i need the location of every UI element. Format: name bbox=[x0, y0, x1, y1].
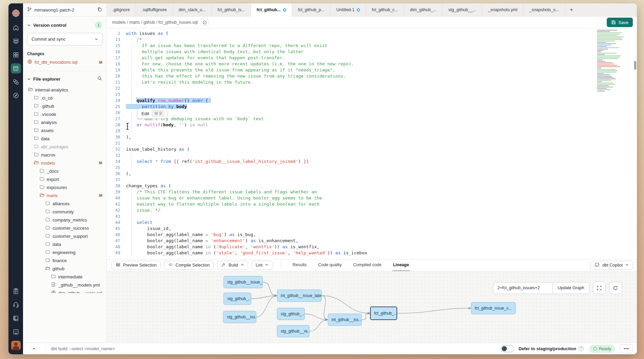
lineage-node-stg_github_[interactable]: stg_github_... bbox=[277, 308, 305, 320]
tree-item-alliances[interactable]: alliances bbox=[23, 199, 106, 208]
code-line[interactable]: 18 For now, choose the one with more rec… bbox=[107, 61, 596, 67]
tab-stg_github__...[interactable]: stg_github__... bbox=[443, 3, 482, 16]
code-line[interactable]: 39 /* This CTE flattens the different is… bbox=[107, 189, 596, 195]
tree-item-dim_github__users.sql[interactable]: dim_github__users.sql bbox=[23, 289, 106, 293]
code-line[interactable]: 19 While this prevents the old issue fro… bbox=[107, 67, 596, 73]
tree-item-_docs[interactable]: _docs bbox=[23, 167, 106, 175]
tree-item-exposures[interactable]: exposures bbox=[23, 183, 106, 191]
code-line[interactable]: 26 ) = 1 bbox=[107, 110, 596, 116]
orchestration-icon[interactable] bbox=[8, 75, 23, 89]
tree-item-marts[interactable]: martsM bbox=[23, 191, 106, 199]
version-control-header[interactable]: Version control 1 bbox=[23, 17, 106, 31]
tab-.sqlfluffignore[interactable]: .sqlfluffignore bbox=[136, 3, 173, 16]
code-line[interactable]: 21 Let's revisit this modeling in the fu… bbox=[107, 79, 596, 85]
tab-_snapshots_s...[interactable]: _snapshots_s... bbox=[523, 3, 565, 16]
refresh-button[interactable] bbox=[609, 282, 622, 294]
update-graph-button[interactable]: Update Graph bbox=[553, 282, 589, 294]
tree-item-company_metrics[interactable]: company_metrics bbox=[23, 216, 106, 224]
explore-icon[interactable] bbox=[8, 89, 23, 102]
code-line[interactable]: 33 bbox=[107, 152, 596, 159]
tab-.gitignore[interactable]: .gitignore bbox=[107, 3, 136, 16]
tree-item-assets[interactable]: assets bbox=[23, 126, 106, 134]
dbt-copilot-button[interactable]: dbt Copilot bbox=[591, 261, 633, 270]
lineage-node-stg_github__iss[interactable]: stg_github__iss... bbox=[223, 311, 256, 323]
code-line[interactable]: 15 If an issue has been transferred to a… bbox=[107, 43, 596, 49]
edit-popover[interactable]: Edit ⌘ B bbox=[137, 108, 167, 119]
lint-button[interactable]: Lint bbox=[252, 261, 273, 270]
tab-Untitled-1[interactable]: Untitled-1 bbox=[330, 3, 366, 16]
more-options-button[interactable]: ••• bbox=[620, 344, 633, 353]
code-line[interactable]: 45 issue_id, bbox=[107, 226, 596, 232]
code-line[interactable]: 25 partition by body bbox=[107, 104, 596, 110]
lineage-node-int_github__iss[interactable]: int_github__iss... bbox=[328, 314, 362, 326]
code-editor[interactable]: 1with issues as (13 /*15 If an issue has… bbox=[107, 28, 637, 259]
lineage-node-int_github__issue_labe[interactable]: int_github__issue_labe... bbox=[277, 290, 322, 302]
changed-file-row[interactable]: fct_dbt_invocations.sql M bbox=[23, 58, 106, 66]
tree-item-intermediate[interactable]: intermediate bbox=[23, 273, 106, 281]
lineage-panel[interactable]: 2+fct_github_issues+2 Update Graph stg_g… bbox=[107, 271, 637, 343]
code-line[interactable]: 28 or nullif(body, '') is null bbox=[107, 122, 596, 128]
lineage-node-fct_github_[interactable]: fct_github_... bbox=[370, 307, 397, 320]
lineage-node-stg_github__issue_[interactable]: stg_github__issue_... bbox=[223, 276, 263, 288]
tree-item-export[interactable]: export bbox=[23, 175, 106, 183]
code-line[interactable]: 22 bbox=[107, 85, 596, 91]
tree-item-engineering[interactable]: engineering bbox=[23, 248, 106, 256]
code-line[interactable]: 47 boolor_agg(label_name = 'enhancement'… bbox=[107, 238, 596, 244]
develop-ide-icon[interactable] bbox=[8, 62, 23, 75]
code-line[interactable]: 37 bbox=[107, 177, 596, 183]
code-line[interactable]: 17 will get updates for events that happ… bbox=[107, 55, 596, 61]
tab-fct_github_is...[interactable]: fct_github_is... bbox=[212, 3, 251, 16]
panel-tab-code-quality[interactable]: Code quality bbox=[318, 259, 343, 271]
preview-selection-button[interactable]: Preview Selection bbox=[111, 261, 160, 270]
lineage-selector-input[interactable]: 2+fct_github_issues+2 bbox=[493, 282, 553, 294]
tab-fct_github_p...[interactable]: fct_github_p... bbox=[292, 3, 331, 16]
command-input[interactable]: dbt build --select <model_name> bbox=[45, 346, 501, 351]
code-line[interactable]: 40 issue has a bug or enhancement label.… bbox=[107, 195, 596, 201]
code-line[interactable]: 44 select bbox=[107, 219, 596, 226]
code-line[interactable]: 46 boolor_agg(label_name = 'bug') as is_… bbox=[107, 232, 596, 238]
tree-item-internal-analytics[interactable]: internal-analytics bbox=[23, 86, 106, 94]
tree-item-.github[interactable]: .github bbox=[23, 102, 106, 110]
home-icon[interactable] bbox=[8, 21, 23, 35]
tree-item-customer_success[interactable]: customer_success bbox=[23, 224, 106, 232]
code-line[interactable]: 41 easiest way to flatten multiple label… bbox=[107, 201, 596, 207]
panel-tab-lineage[interactable]: Lineage bbox=[392, 259, 410, 271]
dashboard-icon[interactable] bbox=[8, 48, 23, 62]
catalog-icon[interactable] bbox=[8, 325, 23, 339]
code-line[interactable]: 13 /* bbox=[107, 37, 596, 43]
code-line[interactable]: 36), bbox=[107, 171, 596, 177]
tab-fct_github_c...[interactable]: fct_github_c... bbox=[366, 3, 404, 16]
commit-and-sync-button[interactable]: Commit and sync bbox=[27, 33, 103, 45]
panel-tab-compiled-code[interactable]: Compiled code bbox=[352, 259, 382, 271]
tree-item-.vscode[interactable]: .vscode bbox=[23, 110, 106, 118]
code-line[interactable]: 35 bbox=[107, 165, 596, 171]
code-line[interactable]: 24 qualify row_number() over ( bbox=[107, 98, 596, 104]
code-line[interactable]: 31 bbox=[107, 140, 596, 146]
code-line[interactable]: 27 -- don't try deduping issues with no … bbox=[107, 116, 596, 122]
lineage-node-fct_github_issue_s[interactable]: fct_github_issue_s... bbox=[471, 302, 516, 314]
notes-icon[interactable] bbox=[8, 284, 23, 298]
tab-fct_github...[interactable]: fct_github... bbox=[251, 3, 292, 17]
tree-item-finance[interactable]: finance bbox=[23, 256, 106, 265]
code-line[interactable]: 30), bbox=[107, 134, 596, 140]
code-line[interactable]: 20 this has the effect of removing the n… bbox=[107, 73, 596, 79]
tree-item-.ci_cd[interactable]: .ci_cd bbox=[23, 94, 106, 102]
code-line[interactable]: 34 select * from {{ ref('int_github__iss… bbox=[107, 159, 596, 165]
fullscreen-button[interactable] bbox=[593, 282, 606, 294]
compile-selection-button[interactable]: Compile Selection bbox=[164, 261, 214, 270]
save-button[interactable]: Save bbox=[607, 18, 633, 27]
tree-item-macros[interactable]: macros bbox=[23, 151, 106, 159]
file-explorer-header[interactable]: File explorer bbox=[23, 71, 106, 85]
support-headset-icon[interactable] bbox=[8, 298, 23, 312]
tree-item-models[interactable]: modelsM bbox=[23, 159, 106, 167]
user-avatar[interactable] bbox=[8, 339, 23, 352]
code-line[interactable]: 23 bbox=[107, 91, 596, 98]
docs-icon[interactable] bbox=[8, 312, 23, 325]
tab-dim_github_...[interactable]: dim_github_... bbox=[404, 3, 443, 16]
tab-dim_slack_u...[interactable]: dim_slack_u... bbox=[173, 3, 212, 16]
copy-branch-icon[interactable] bbox=[97, 7, 102, 13]
tree-item-customer_support[interactable]: customer_support bbox=[23, 232, 106, 240]
code-line[interactable]: 1with issues as ( bbox=[107, 30, 596, 37]
expand-command-bar-button[interactable] bbox=[23, 343, 45, 354]
build-button[interactable]: Build bbox=[217, 261, 248, 270]
